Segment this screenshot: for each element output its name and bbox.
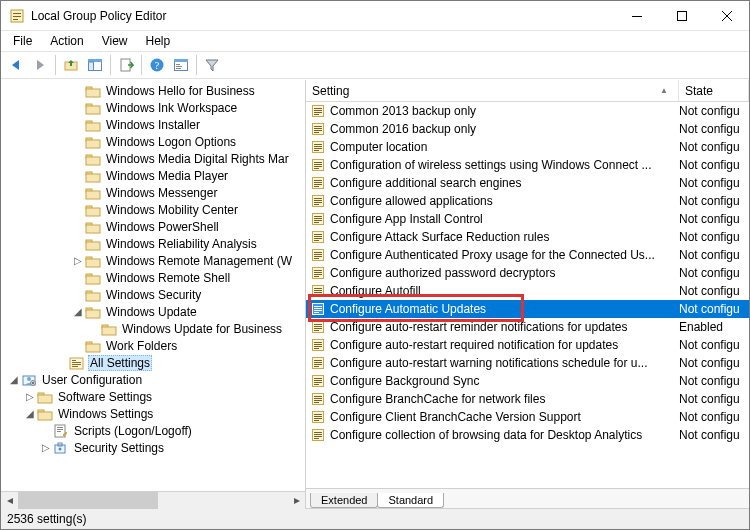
help-button[interactable]: ? xyxy=(146,54,168,76)
menu-file[interactable]: File xyxy=(5,33,40,49)
tree-item[interactable]: Work Folders xyxy=(1,337,305,354)
list-row[interactable]: Configure allowed applicationsNot config… xyxy=(306,192,749,210)
list-row[interactable]: Configuration of wireless settings using… xyxy=(306,156,749,174)
list-setting: Configure Client BranchCache Version Sup… xyxy=(330,410,679,424)
list-row[interactable]: Configure App Install ControlNot configu xyxy=(306,210,749,228)
list-row[interactable]: Configure AutofillNot configu xyxy=(306,282,749,300)
list[interactable]: Common 2013 backup onlyNot configuCommon… xyxy=(306,102,749,488)
svg-rect-82 xyxy=(314,132,319,133)
policy-icon xyxy=(310,392,326,406)
tree-item[interactable]: Scripts (Logon/Logoff) xyxy=(1,422,305,439)
svg-rect-95 xyxy=(314,182,322,183)
expand-icon[interactable]: ▷ xyxy=(23,390,37,404)
folder-icon xyxy=(85,219,101,235)
tree-item[interactable]: Windows Logon Options xyxy=(1,133,305,150)
list-row[interactable]: Configure auto-restart reminder notifica… xyxy=(306,318,749,336)
forward-button[interactable] xyxy=(29,54,51,76)
svg-rect-96 xyxy=(314,184,322,185)
tree-item[interactable]: Windows Reliability Analysis xyxy=(1,235,305,252)
expand-icon[interactable]: ▷ xyxy=(39,441,53,455)
list-row[interactable]: Common 2013 backup onlyNot configu xyxy=(306,102,749,120)
svg-rect-94 xyxy=(314,180,322,181)
list-row[interactable]: Configure Client BranchCache Version Sup… xyxy=(306,408,749,426)
svg-rect-55 xyxy=(72,364,81,365)
tree-item[interactable]: ▷Software Settings xyxy=(1,388,305,405)
list-row[interactable]: Common 2016 backup onlyNot configu xyxy=(306,120,749,138)
list-setting: Configure authorized password decryptors xyxy=(330,266,679,280)
tree-item[interactable]: Windows Installer xyxy=(1,116,305,133)
tree-item[interactable]: Windows Messenger xyxy=(1,184,305,201)
tree-item-label: Windows Ink Workspace xyxy=(104,101,239,115)
tree-item[interactable]: Windows PowerShell xyxy=(1,218,305,235)
minimize-button[interactable] xyxy=(614,1,659,30)
tree-item[interactable]: All Settings xyxy=(1,354,305,371)
list-row[interactable]: Configure Authenticated Proxy usage for … xyxy=(306,246,749,264)
close-button[interactable] xyxy=(704,1,749,30)
tab-extended[interactable]: Extended xyxy=(310,493,378,508)
tree[interactable]: Windows Hello for BusinessWindows Ink Wo… xyxy=(1,80,305,491)
tree-item[interactable]: ◢Windows Settings xyxy=(1,405,305,422)
tree-item-label: Software Settings xyxy=(56,390,154,404)
svg-rect-129 xyxy=(314,306,322,307)
tree-item[interactable]: Windows Security xyxy=(1,286,305,303)
allsettings-icon xyxy=(69,355,85,371)
tree-item-label: Windows Media Player xyxy=(104,169,230,183)
list-row[interactable]: Configure BranchCache for network filesN… xyxy=(306,390,749,408)
filter-button[interactable] xyxy=(201,54,223,76)
expand-icon[interactable]: ◢ xyxy=(71,305,85,319)
list-setting: Configure BranchCache for network files xyxy=(330,392,679,406)
tree-item[interactable]: Windows Hello for Business xyxy=(1,82,305,99)
back-button[interactable] xyxy=(5,54,27,76)
list-row[interactable]: Configure authorized password decryptors… xyxy=(306,264,749,282)
svg-rect-110 xyxy=(314,236,322,237)
list-state: Not configu xyxy=(679,230,749,244)
properties-button[interactable] xyxy=(170,54,192,76)
tree-item[interactable]: ◢Windows Update xyxy=(1,303,305,320)
export-button[interactable] xyxy=(115,54,137,76)
tree-item[interactable]: Windows Remote Shell xyxy=(1,269,305,286)
svg-rect-152 xyxy=(314,384,319,385)
list-setting: Configure Automatic Updates xyxy=(330,302,679,316)
menu-view[interactable]: View xyxy=(94,33,136,49)
menu-help[interactable]: Help xyxy=(138,33,179,49)
list-row[interactable]: Configure auto-restart warning notificat… xyxy=(306,354,749,372)
maximize-button[interactable] xyxy=(659,1,704,30)
up-button[interactable] xyxy=(60,54,82,76)
tree-item[interactable]: ▷Security Settings xyxy=(1,439,305,456)
tree-item[interactable]: ◢User Configuration xyxy=(1,371,305,388)
column-setting[interactable]: Setting▲ xyxy=(306,80,679,101)
scroll-track[interactable] xyxy=(18,492,288,509)
list-row[interactable]: Configure collection of browsing data fo… xyxy=(306,426,749,444)
tree-item-label: Windows Logon Options xyxy=(104,135,238,149)
svg-rect-141 xyxy=(314,346,322,347)
menu-action[interactable]: Action xyxy=(42,33,91,49)
tree-hscrollbar[interactable]: ◂ ▸ xyxy=(1,491,305,508)
tree-item[interactable]: Windows Mobility Center xyxy=(1,201,305,218)
list-row[interactable]: Configure auto-restart required notifica… xyxy=(306,336,749,354)
expand-icon[interactable]: ◢ xyxy=(23,407,37,421)
expand-icon[interactable]: ▷ xyxy=(71,254,85,268)
 xyxy=(55,356,69,370)
tree-item[interactable]: Windows Update for Business xyxy=(1,320,305,337)
tree-item[interactable]: Windows Ink Workspace xyxy=(1,99,305,116)
scroll-left-button[interactable]: ◂ xyxy=(1,492,18,509)
list-row[interactable]: Computer locationNot configu xyxy=(306,138,749,156)
app-icon xyxy=(9,8,25,24)
scroll-thumb[interactable] xyxy=(18,492,158,509)
tree-item[interactable]: ▷Windows Remote Management (W xyxy=(1,252,305,269)
tree-item[interactable]: Windows Media Digital Rights Mar xyxy=(1,150,305,167)
scroll-right-button[interactable]: ▸ xyxy=(288,492,305,509)
show-hide-tree-button[interactable] xyxy=(84,54,106,76)
list-row[interactable]: Configure Background SyncNot configu xyxy=(306,372,749,390)
expand-icon[interactable]: ◢ xyxy=(7,373,21,387)
tree-item[interactable]: Windows Media Player xyxy=(1,167,305,184)
list-row[interactable]: Configure Attack Surface Reduction rules… xyxy=(306,228,749,246)
list-setting: Configure Attack Surface Reduction rules xyxy=(330,230,679,244)
tree-item-label: All Settings xyxy=(88,355,152,371)
svg-rect-3 xyxy=(13,19,18,20)
list-row[interactable]: Configure additional search enginesNot c… xyxy=(306,174,749,192)
 xyxy=(71,186,85,200)
column-state[interactable]: State xyxy=(679,80,749,101)
list-row[interactable]: Configure Automatic UpdatesNot configu xyxy=(306,300,749,318)
tab-standard[interactable]: Standard xyxy=(377,493,444,508)
